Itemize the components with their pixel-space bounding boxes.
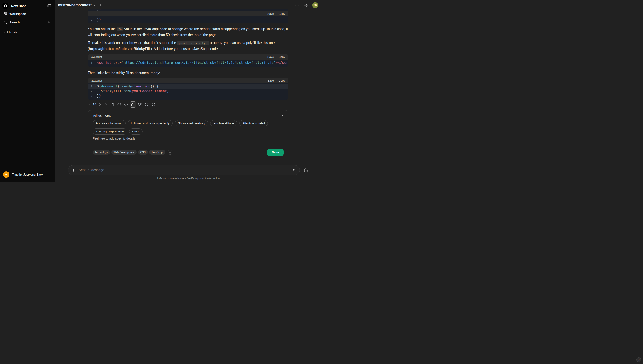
account-avatar[interactable]: TB — [312, 2, 318, 8]
new-chat-label: New Chat — [11, 4, 26, 8]
edit-icon[interactable] — [103, 101, 109, 108]
code-language-label: javascript — [91, 79, 102, 82]
feedback-option-explanation[interactable]: Thorough explanation — [93, 128, 127, 135]
workspace-icon — [4, 12, 7, 16]
code-copy-button[interactable]: Copy — [278, 79, 285, 82]
close-icon[interactable] — [280, 113, 285, 118]
code-line: }); — [88, 9, 288, 11]
tag-chip[interactable]: Technology — [93, 150, 110, 155]
microphone-icon[interactable] — [292, 168, 296, 172]
tag-chip[interactable]: JavaScript — [149, 150, 166, 155]
user-avatar: TB — [3, 171, 10, 178]
fold-spacer — [93, 9, 97, 11]
main-area: mistral-nemo:latest — [55, 0, 322, 182]
prev-response-button[interactable] — [88, 103, 92, 106]
feedback-panel: Tell us more: Accurate information Follo… — [88, 110, 288, 159]
add-tag-button[interactable] — [168, 150, 172, 155]
new-chat-plus-button[interactable] — [98, 3, 103, 8]
all-chats-label: All chats — [7, 31, 17, 34]
chat-overflow-menu-button[interactable] — [294, 2, 300, 8]
sidebar-item-all-chats[interactable]: All chats — [2, 30, 53, 35]
feedback-options: Accurate information Followed instructio… — [93, 120, 284, 135]
attach-button[interactable] — [71, 168, 76, 172]
workspace-label: Workspace — [10, 12, 26, 16]
copy-message-icon[interactable] — [109, 101, 116, 108]
message-actions: 3/3 — [88, 101, 288, 108]
composer-area: LLMs can make mistakes. Verify important… — [55, 161, 322, 182]
sidebar-plus-button[interactable] — [46, 20, 51, 25]
code-text: }); — [97, 17, 288, 22]
chevron-down-icon — [93, 4, 96, 6]
code-copy-button[interactable]: Copy — [278, 55, 285, 59]
tag-chip[interactable]: CSS — [138, 150, 148, 155]
code-text: $(document).ready(function() { — [97, 84, 288, 89]
chat-messages: }); Save Copy 9}); You can adjust the 50… — [55, 9, 322, 161]
code-body: 1∨$(document).ready(function() {2 Sticky… — [88, 83, 288, 100]
code-block-polyfill: javascript Save Copy 1<script src="https… — [88, 54, 288, 66]
code-copy-button[interactable]: Copy — [278, 12, 285, 16]
topbar: mistral-nemo:latest — [55, 0, 322, 9]
code-block-init: javascript Save Copy 1∨$(document).ready… — [88, 78, 288, 100]
fold-chevron-icon[interactable]: ∨ — [93, 84, 97, 89]
feedback-save-button[interactable]: Save — [267, 149, 284, 156]
feedback-option-accurate[interactable]: Accurate information — [93, 120, 126, 126]
message-paragraph: Then, initialize the sticky fill on docu… — [88, 70, 288, 76]
code-block-header: javascript Save Copy — [88, 78, 288, 83]
line-number: 2 — [88, 89, 93, 94]
continue-response-icon[interactable] — [144, 101, 150, 108]
response-counter: 3/3 — [93, 103, 97, 106]
code-line: 2 Stickyfill.add(yourHeaderElement); — [88, 89, 288, 94]
feedback-tags: Technology Web Development CSS JavaScrip… — [93, 150, 172, 155]
model-selector[interactable]: mistral-nemo:latest — [58, 3, 96, 7]
regenerate-icon[interactable] — [150, 101, 157, 108]
line-number: 3 — [88, 94, 93, 98]
feedback-option-detail[interactable]: Attention to detail — [239, 120, 268, 126]
paragraph-text: You can adjust the — [88, 27, 117, 31]
fold-spacer — [93, 89, 97, 94]
thumbs-up-icon[interactable] — [130, 101, 136, 108]
search-label: Search — [10, 21, 20, 24]
code-line: 9}); — [88, 17, 288, 22]
sidebar: New Chat Workspace Search — [0, 0, 55, 182]
message-input-bar — [68, 165, 300, 175]
next-response-button[interactable] — [98, 103, 102, 106]
thumbs-down-icon[interactable] — [137, 101, 143, 108]
line-number: 9 — [88, 17, 93, 22]
chevron-right-icon — [3, 31, 5, 34]
call-headphones-icon[interactable] — [303, 168, 308, 172]
message-paragraph: To make this work on older browsers that… — [88, 40, 288, 52]
feedback-option-instructions[interactable]: Followed instructions perfectly — [128, 120, 173, 126]
code-text: Stickyfill.add(yourHeaderElement); — [97, 89, 288, 94]
feedback-title: Tell us more: — [93, 114, 284, 117]
code-block-partial: }); Save Copy 9}); — [88, 9, 288, 24]
model-name: mistral-nemo:latest — [58, 3, 92, 7]
sidebar-user-menu[interactable]: TB Timothy Jaeryang Baek — [2, 170, 53, 180]
feedback-comment-input[interactable] — [93, 137, 284, 148]
message-input[interactable] — [79, 168, 289, 172]
app-logo-icon — [2, 2, 9, 9]
feedback-option-attitude[interactable]: Positive attitude — [210, 120, 237, 126]
fold-spacer — [93, 94, 97, 98]
code-line: 1∨$(document).ready(function() { — [88, 84, 288, 89]
code-save-button[interactable]: Save — [267, 12, 274, 16]
code-body: 9}); — [88, 16, 288, 24]
inline-code: 50 — [117, 27, 124, 31]
new-chat-button[interactable]: New Chat — [2, 2, 46, 9]
sidebar-toggle-button[interactable] — [46, 3, 52, 9]
line-number: 1 — [88, 84, 93, 89]
code-body: 1<script src="https://cdnjs.cloudflare.c… — [88, 60, 288, 66]
read-aloud-icon[interactable] — [116, 101, 122, 108]
sidebar-item-search[interactable]: Search — [2, 18, 53, 26]
sidebar-item-workspace[interactable]: Workspace — [2, 10, 53, 17]
feedback-option-other[interactable]: Other — [129, 128, 143, 135]
info-icon[interactable] — [123, 101, 129, 108]
code-text: <script src="https://cdnjs.cloudflare.co… — [97, 60, 288, 65]
tag-chip[interactable]: Web Development — [112, 150, 137, 155]
code-block-header: Save Copy — [88, 11, 288, 16]
code-language-label: javascript — [91, 56, 102, 58]
code-save-button[interactable]: Save — [267, 79, 274, 82]
chat-controls-button[interactable] — [303, 2, 309, 8]
code-save-button[interactable]: Save — [267, 55, 274, 59]
stickyfill-link[interactable]: https://github.com/littlestair/StickyFil… — [89, 47, 150, 50]
feedback-option-creativity[interactable]: Showcased creativity — [175, 120, 208, 126]
